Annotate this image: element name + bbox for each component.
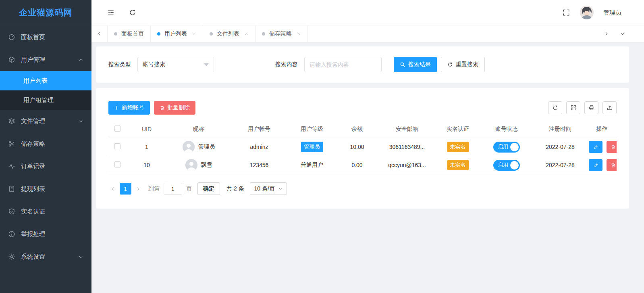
reset-icon xyxy=(447,62,453,67)
close-icon[interactable] xyxy=(244,31,249,36)
jump-suffix-label: 页 xyxy=(186,185,192,193)
column-header-uid: UID xyxy=(126,121,167,138)
toggle-knob xyxy=(510,161,519,170)
close-icon[interactable] xyxy=(297,31,301,36)
edit-button[interactable] xyxy=(589,159,602,171)
table-panel: 新增账号 批量删除 xyxy=(96,88,629,209)
top-header: 管理员 xyxy=(91,0,644,25)
cell-nickname: 飘雪 xyxy=(201,161,212,169)
cube-icon xyxy=(8,56,15,63)
search-content-label: 搜索内容 xyxy=(275,61,298,68)
cell-email: 3061163489... xyxy=(378,138,436,156)
column-header-account: 用户帐号 xyxy=(230,121,288,138)
delete-button[interactable] xyxy=(607,159,617,171)
next-page-icon[interactable] xyxy=(134,186,143,191)
sidebar-item-label: 用户列表 xyxy=(23,77,48,85)
sidebar-item-user-group[interactable]: 用户组管理 xyxy=(0,90,91,110)
cell-uid: 10 xyxy=(126,156,167,174)
table-tool-icons xyxy=(548,101,617,114)
sidebar-item-storage-policy[interactable]: 储存策略 xyxy=(0,132,91,155)
print-button[interactable] xyxy=(584,101,598,114)
tabs-scroll-left-icon[interactable] xyxy=(91,25,108,42)
cell-uid: 1 xyxy=(126,138,167,156)
cell-level: 普通用户 xyxy=(288,156,336,174)
user-avatar[interactable] xyxy=(580,6,594,19)
export-button[interactable] xyxy=(602,101,617,114)
app-logo: 企业猫源码网 xyxy=(0,0,91,25)
delete-button[interactable] xyxy=(607,141,617,153)
sidebar-item-user-list[interactable]: 用户列表 xyxy=(0,71,91,90)
status-toggle[interactable]: 启用 xyxy=(493,142,520,153)
columns-filter-button[interactable] xyxy=(566,101,580,114)
column-header-status: 账号状态 xyxy=(480,121,533,138)
realname-badge: 未实名 xyxy=(447,160,469,170)
table-header-row: UID 昵称 用户帐号 用户等级 余额 安全邮箱 实名认证 账号状态 注册时间 … xyxy=(108,121,617,138)
sidebar-item-user-management[interactable]: 用户管理 xyxy=(0,48,91,71)
batch-delete-button[interactable]: 批量删除 xyxy=(154,101,195,115)
gear-icon xyxy=(8,253,15,260)
search-input[interactable] xyxy=(304,57,382,72)
table-toolbar: 新增账号 批量删除 xyxy=(108,101,617,115)
jump-page-input[interactable] xyxy=(164,183,182,195)
pulse-icon xyxy=(8,163,15,170)
page-number-button[interactable]: 1 xyxy=(120,183,131,195)
search-button[interactable]: 搜索结果 xyxy=(394,57,437,72)
tab-user-list[interactable]: 用户列表 xyxy=(151,25,203,42)
tab-dot xyxy=(157,32,160,36)
tab-storage-policy[interactable]: 储存策略 xyxy=(256,25,308,42)
cell-regtime: 2022-07-28 xyxy=(533,156,587,174)
sidebar-item-withdrawal-list[interactable]: 提现列表 xyxy=(0,178,91,200)
chevron-down-icon xyxy=(278,186,283,191)
fullscreen-icon[interactable] xyxy=(562,8,570,17)
columns-icon xyxy=(570,105,577,111)
refresh-page-icon[interactable] xyxy=(129,8,137,17)
table-row: 10 飘雪 123456 普通用户 0.00 qccyun@163... 未实名 xyxy=(108,156,617,174)
tabs-menu-icon[interactable] xyxy=(614,25,630,42)
row-avatar xyxy=(183,141,195,153)
search-type-select[interactable]: 帐号搜索 xyxy=(137,57,214,72)
tab-dashboard[interactable]: 面板首页 xyxy=(108,25,151,42)
sidebar-item-report-handling[interactable]: 举报处理 xyxy=(0,223,91,245)
column-header-regtime: 注册时间 xyxy=(533,121,587,138)
edit-button[interactable] xyxy=(589,141,602,153)
jump-confirm-button[interactable]: 确定 xyxy=(197,182,220,195)
search-panel: 搜索类型 帐号搜索 搜索内容 搜索结果 重置搜索 xyxy=(96,46,629,83)
dashboard-icon xyxy=(8,33,15,41)
sidebar-item-realname-auth[interactable]: 实名认证 xyxy=(0,200,91,223)
sidebar-item-label: 面板首页 xyxy=(21,33,45,41)
reset-search-button[interactable]: 重置搜索 xyxy=(441,57,485,72)
tabs-scroll-right-icon[interactable] xyxy=(598,25,614,42)
pencil-icon xyxy=(593,163,598,168)
tab-file-list[interactable]: 文件列表 xyxy=(203,25,256,42)
column-header-realname: 实名认证 xyxy=(436,121,480,138)
sidebar-item-system-settings[interactable]: 系统设置 xyxy=(0,245,91,268)
sidebar-item-order-records[interactable]: 订单记录 xyxy=(0,155,91,178)
row-checkbox[interactable] xyxy=(114,161,120,167)
sidebar-item-label: 文件管理 xyxy=(21,117,45,125)
select-all-checkbox[interactable] xyxy=(114,126,120,132)
row-checkbox[interactable] xyxy=(114,143,120,149)
collapse-sidebar-icon[interactable] xyxy=(107,8,115,17)
page-size-select[interactable]: 10 条/页 xyxy=(250,182,287,195)
sidebar-item-dashboard[interactable]: 面板首页 xyxy=(0,26,91,48)
sidebar-item-file-management[interactable]: 文件管理 xyxy=(0,110,91,132)
prev-page-icon[interactable] xyxy=(108,186,117,191)
add-account-button[interactable]: 新增账号 xyxy=(108,101,150,115)
level-badge: 管理员 xyxy=(301,142,323,152)
layers-icon xyxy=(8,117,15,125)
main-area: 管理员 面板首页 用户列表 文件列表 xyxy=(91,0,644,293)
batch-delete-label: 批量删除 xyxy=(167,104,190,111)
trash-icon xyxy=(160,105,165,111)
tab-dot xyxy=(210,32,213,36)
sidebar: 企业猫源码网 面板首页 用户管理 用户列表 用户组管理 xyxy=(0,0,91,293)
pencil-icon xyxy=(593,144,598,150)
document-icon xyxy=(8,185,15,193)
toggle-knob xyxy=(510,143,519,151)
tab-dot xyxy=(262,32,265,36)
column-header-balance: 余额 xyxy=(336,121,378,138)
cell-account: 123456 xyxy=(230,156,288,174)
status-toggle[interactable]: 启用 xyxy=(493,160,520,171)
total-count-label: 共 2 条 xyxy=(226,185,244,193)
close-icon[interactable] xyxy=(192,31,196,36)
refresh-table-button[interactable] xyxy=(548,101,562,114)
